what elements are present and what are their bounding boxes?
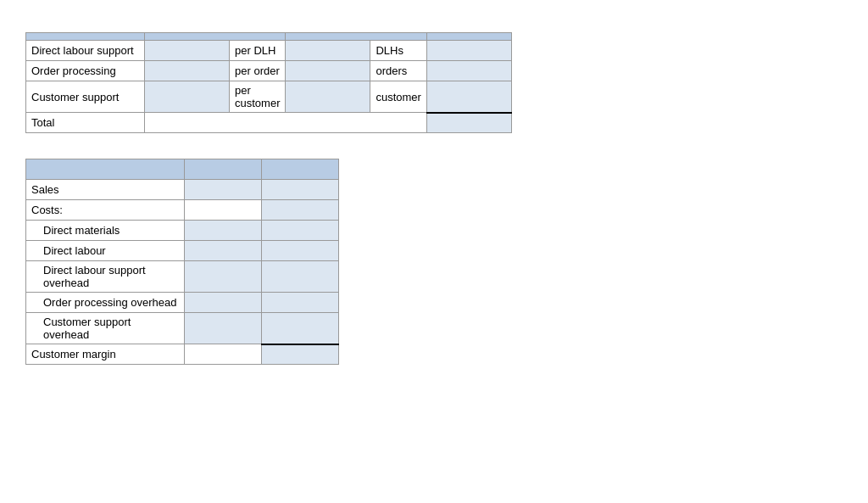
table1-activity-suffix: orders (370, 61, 426, 81)
table1-pool-label: Customer support (26, 81, 145, 113)
table2-col3-input[interactable] (262, 180, 339, 200)
table2-col2-input[interactable] (185, 221, 262, 241)
table1-pool-label: Direct labour support (26, 41, 145, 61)
table2-row: Customer support overhead (26, 313, 339, 344)
col4-header (426, 33, 511, 41)
table2-col2-input[interactable] (185, 313, 262, 344)
table2-container: SalesCosts:Direct materialsDirect labour… (25, 159, 843, 365)
table2-label: Direct materials (26, 221, 185, 241)
table1-container: Direct labour supportper DLHDLHsOrder pr… (25, 32, 843, 133)
table2-label: Costs: (26, 200, 185, 221)
table1-abc-input[interactable] (426, 81, 511, 113)
table2: SalesCosts:Direct materialsDirect labour… (25, 159, 339, 365)
table2-row: Sales (26, 180, 339, 200)
table1-activity-input[interactable] (286, 81, 370, 113)
table1-row: Order processingper orderorders (26, 61, 512, 81)
table2-row: Direct labour (26, 241, 339, 261)
table2-label: Customer support overhead (26, 313, 185, 344)
table2-label: Customer margin (26, 344, 185, 365)
table1-activity-suffix: DLHs (370, 41, 426, 61)
table2-col3-input[interactable] (262, 241, 339, 261)
table1-activity-input[interactable] (286, 61, 370, 81)
table2-col2-input[interactable] (185, 200, 262, 221)
table1-total-empty1 (145, 113, 427, 133)
col3-header (286, 33, 426, 41)
table2-col3-input[interactable] (262, 261, 339, 293)
table2-col3-input[interactable] (262, 293, 339, 313)
table2-col3-input[interactable] (262, 344, 339, 365)
table1-rate-suffix: per DLH (230, 41, 286, 61)
table2-label: Direct labour support overhead (26, 261, 185, 293)
table1-activity-input[interactable] (286, 41, 370, 61)
table1-row: Total (26, 113, 512, 133)
table2-col1-header (26, 159, 185, 180)
table2-col2-input[interactable] (185, 293, 262, 313)
table1-abc-input[interactable] (426, 41, 511, 61)
table1-rate-input[interactable] (145, 41, 230, 61)
col1-header (26, 33, 145, 41)
table1-rate-input[interactable] (145, 81, 230, 113)
table1-rate-suffix: per order (230, 61, 286, 81)
table2-label: Order processing overhead (26, 293, 185, 313)
table2-col3-input[interactable] (262, 200, 339, 221)
table2-label: Direct labour (26, 241, 185, 261)
table2-col3-input[interactable] (262, 313, 339, 344)
table1-activity-suffix: customer (370, 81, 426, 113)
col2-header (145, 33, 286, 41)
table1-total-abc[interactable] (426, 113, 511, 133)
table2-row: Order processing overhead (26, 293, 339, 313)
table2-col2-input[interactable] (185, 180, 262, 200)
table2-col3-input[interactable] (262, 221, 339, 241)
table2-row: Costs: (26, 200, 339, 221)
table2-col2-header (185, 159, 262, 180)
table2-row: Direct labour support overhead (26, 261, 339, 293)
table2-row: Direct materials (26, 221, 339, 241)
table2-label: Sales (26, 180, 185, 200)
table2-row: Customer margin (26, 344, 339, 365)
table1-row: Direct labour supportper DLHDLHs (26, 41, 512, 61)
table2-col2-input[interactable] (185, 241, 262, 261)
table2-col3-header (262, 159, 339, 180)
table1-pool-label: Total (26, 113, 145, 133)
table1: Direct labour supportper DLHDLHsOrder pr… (25, 32, 512, 133)
table1-pool-label: Order processing (26, 61, 145, 81)
table1-row: Customer supportper customercustomer (26, 81, 512, 113)
table1-rate-input[interactable] (145, 61, 230, 81)
table1-abc-input[interactable] (426, 61, 511, 81)
table1-rate-suffix: per customer (230, 81, 286, 113)
table2-col2-input[interactable] (185, 344, 262, 365)
table2-col2-input[interactable] (185, 261, 262, 293)
